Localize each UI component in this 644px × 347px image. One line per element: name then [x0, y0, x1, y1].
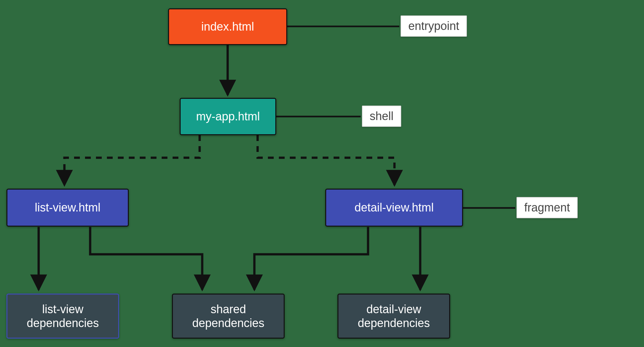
node-label: shared dependencies — [192, 302, 264, 330]
node-label: list-view dependencies — [27, 302, 99, 330]
node-label: detail-view.html — [355, 201, 434, 214]
label-fragment: fragment — [516, 197, 578, 218]
node-list-view-html: list-view.html — [6, 189, 129, 227]
node-list-view-dependencies: list-view dependencies — [6, 294, 119, 339]
label-text: shell — [370, 109, 393, 123]
label-text: entrypoint — [408, 19, 459, 33]
node-label: detail-view dependencies — [358, 302, 430, 330]
node-label: index.html — [201, 20, 254, 33]
node-label: my-app.html — [196, 109, 260, 123]
node-shared-dependencies: shared dependencies — [172, 294, 285, 339]
label-text: fragment — [524, 201, 570, 214]
label-entrypoint: entrypoint — [401, 15, 467, 37]
node-detail-view-html: detail-view.html — [325, 189, 463, 227]
node-index-html: index.html — [168, 8, 287, 45]
label-shell: shell — [362, 106, 401, 127]
node-my-app-html: my-app.html — [180, 98, 276, 135]
diagram-canvas: index.html my-app.html list-view.html de… — [0, 0, 644, 347]
node-label: list-view.html — [35, 201, 100, 214]
node-detail-view-dependencies: detail-view dependencies — [337, 294, 450, 339]
